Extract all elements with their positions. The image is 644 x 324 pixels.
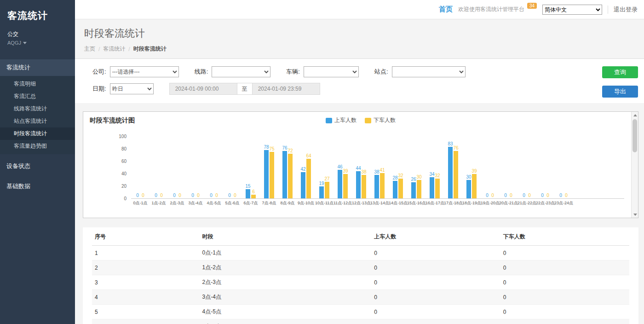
bar-column: 19 [319, 137, 324, 198]
bar[interactable] [411, 182, 416, 198]
bar-column: 27 [324, 137, 330, 198]
sidebar-item[interactable]: 客流汇总 [0, 90, 75, 103]
table-row[interactable]: 43点-4点00 [92, 290, 629, 305]
bar-group: 00 [186, 137, 205, 198]
bar-group: 4264 [297, 137, 315, 198]
bar-column: 42 [300, 137, 306, 198]
table-row[interactable]: 21点-2点00 [92, 260, 629, 275]
bar[interactable] [472, 174, 477, 198]
topbar: 首页 欢迎使用客流统计管理平台 34 简体中文 退出登录 [75, 0, 644, 19]
bar[interactable] [264, 150, 269, 198]
vehicle-label: 车辆: [286, 68, 300, 76]
bar[interactable] [301, 172, 305, 198]
bar-value-label: 0 [510, 193, 512, 198]
data-table-card: 序号 时段 上车人数 下车人数 10点-1点0021点-2点0032点-3点00… [83, 227, 638, 324]
bar[interactable] [454, 151, 458, 198]
bar-group: 4639 [334, 137, 352, 198]
chart-scrollbar[interactable] [631, 112, 638, 218]
bar-group: 00 [536, 137, 554, 198]
bar[interactable] [466, 180, 471, 199]
table-cell: 0点-1点 [200, 246, 372, 260]
scrollbar-up-arrow[interactable] [632, 112, 638, 118]
home-link[interactable]: 首页 [439, 5, 453, 14]
x-axis-label: 3点-4点 [186, 200, 205, 206]
language-select[interactable]: 简体中文 [542, 5, 602, 15]
date-start-input[interactable] [169, 83, 237, 95]
company-select[interactable]: ---请选择--- [110, 66, 179, 77]
table-row[interactable]: 65点-6点00 [92, 319, 629, 324]
bar[interactable] [435, 179, 440, 198]
account-switcher[interactable]: AQGJ [0, 39, 75, 53]
breadcrumb-passenger-stats[interactable]: 客流统计 [103, 45, 125, 53]
line-filter: 线路: [195, 66, 271, 77]
bar-group: 7875 [260, 137, 278, 198]
bar[interactable] [417, 180, 421, 199]
date-preset-select[interactable]: 昨日 [110, 83, 154, 94]
bar[interactable] [380, 173, 385, 198]
sidebar-item[interactable]: 时段客流统计 [0, 127, 75, 140]
station-select[interactable] [392, 66, 466, 77]
table-row[interactable]: 10点-1点00 [92, 246, 629, 260]
breadcrumb-home[interactable]: 主页 [84, 45, 95, 53]
bar[interactable] [282, 151, 287, 198]
vehicle-filter: 车辆: [286, 66, 359, 77]
legend-item[interactable]: 下车人数 [365, 116, 396, 124]
bar[interactable] [288, 154, 293, 198]
table-cell: 0 [500, 275, 629, 290]
bar[interactable] [251, 195, 256, 198]
sidebar-section-basic-data[interactable]: 基础数据 [0, 178, 75, 195]
bar[interactable] [448, 147, 453, 198]
bar[interactable] [319, 186, 324, 198]
logout-link[interactable]: 退出登录 [614, 6, 638, 14]
topbar-divider [608, 6, 608, 14]
date-end-input[interactable] [252, 83, 320, 95]
sidebar-item[interactable]: 客流明细 [0, 78, 75, 90]
bar-value-label: 0 [565, 193, 568, 198]
bar-group: 7672 [278, 137, 297, 198]
line-select[interactable] [212, 66, 270, 77]
scrollbar-down-arrow[interactable] [632, 211, 638, 218]
table-cell: 0 [371, 305, 500, 319]
bar[interactable] [246, 189, 250, 198]
bar[interactable] [362, 175, 366, 198]
bar-group: 2832 [389, 137, 407, 198]
bar[interactable] [393, 181, 397, 198]
bar[interactable] [338, 170, 342, 198]
table-row[interactable]: 32点-3点00 [92, 275, 629, 290]
export-button[interactable]: 导出 [602, 86, 638, 98]
bar[interactable] [374, 175, 379, 198]
bar[interactable] [398, 179, 403, 198]
sidebar-section-device-status[interactable]: 设备状态 [0, 158, 75, 174]
sidebar-section-passenger-stats[interactable]: 客流统计 [0, 59, 75, 76]
bar-value-label: 42 [300, 167, 305, 172]
x-axis-label: 12点-13点 [352, 200, 370, 206]
bar[interactable] [325, 182, 329, 198]
query-button[interactable]: 查询 [602, 66, 638, 78]
table-cell: 4点-5点 [200, 305, 372, 319]
vehicle-select[interactable] [304, 66, 359, 77]
legend-item[interactable]: 上车人数 [326, 116, 356, 124]
bar[interactable] [430, 177, 434, 198]
table-cell: 0 [500, 246, 629, 260]
legend-label: 上车人数 [334, 116, 356, 124]
x-axis-label: 21点-22点 [518, 200, 536, 206]
bar[interactable] [343, 174, 348, 198]
scrollbar-thumb[interactable] [632, 119, 637, 152]
sidebar-item[interactable]: 站点客流统计 [0, 115, 75, 127]
bar-column: 0 [227, 137, 232, 198]
bar-value-label: 28 [392, 175, 397, 180]
sidebar-item[interactable]: 线路客流统计 [0, 103, 75, 115]
bar-value-label: 0 [234, 193, 236, 198]
table-row[interactable]: 54点-5点00 [92, 305, 629, 319]
notification-badge[interactable]: 34 [527, 3, 537, 9]
bar[interactable] [270, 152, 274, 198]
bar[interactable] [306, 159, 311, 198]
bar-value-label: 0 [228, 193, 231, 198]
app-logo: 客流统计 [0, 0, 75, 25]
bar-column: 0 [159, 137, 164, 198]
bar-value-label: 39 [343, 168, 348, 174]
bar[interactable] [356, 171, 361, 198]
bar-column: 30 [416, 137, 422, 198]
bar-value-label: 30 [466, 174, 471, 179]
sidebar-item[interactable]: 客流量趋势图 [0, 140, 75, 152]
